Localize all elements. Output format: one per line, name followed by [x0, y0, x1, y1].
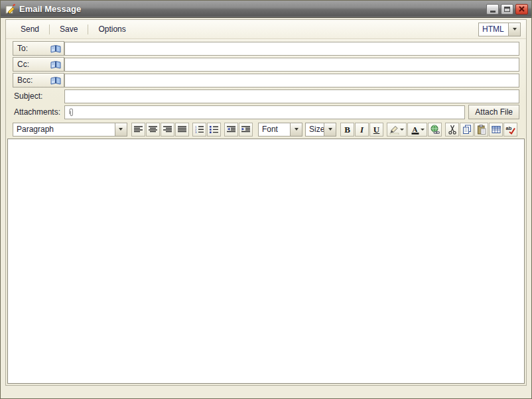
svg-text:ab: ab — [506, 125, 512, 131]
table-icon — [492, 125, 501, 134]
paragraph-style-select[interactable]: Paragraph — [13, 123, 127, 137]
format-select-value: HTML — [479, 25, 508, 34]
highlight-color-button[interactable] — [387, 123, 407, 137]
indent-group — [224, 123, 253, 137]
toolbar-separator — [49, 25, 50, 34]
close-icon — [519, 6, 525, 12]
font-color-button[interactable]: A — [407, 123, 427, 137]
maximize-icon — [504, 7, 510, 12]
outdent-icon — [227, 126, 235, 133]
chevron-down-icon[interactable] — [508, 23, 520, 36]
maximize-button[interactable] — [501, 4, 513, 15]
font-color-icon: A — [411, 125, 420, 135]
chevron-down-icon[interactable] — [115, 123, 127, 136]
italic-icon: I — [360, 125, 364, 134]
compose-pencil-icon — [5, 3, 16, 15]
attachments-row: Attachments: Attach File — [13, 105, 519, 119]
justify-button[interactable] — [175, 123, 189, 137]
email-message-window: Email Message Send Save Options HTML — [0, 0, 532, 399]
cc-row: Cc: — [13, 57, 519, 72]
align-right-button[interactable] — [161, 123, 174, 137]
indent-icon — [241, 126, 250, 133]
chevron-down-icon[interactable] — [324, 123, 336, 136]
close-button[interactable] — [515, 4, 528, 15]
color-group: A — [387, 123, 442, 137]
format-select[interactable]: HTML — [478, 23, 521, 36]
insert-link-button[interactable] — [428, 123, 442, 137]
chevron-down-icon — [400, 129, 404, 131]
font-select-value: Font — [259, 125, 290, 134]
attachments-input[interactable] — [64, 105, 465, 119]
svg-text:A: A — [412, 125, 417, 133]
paste-button[interactable] — [474, 123, 488, 137]
alignment-group — [131, 123, 189, 137]
bullet-list-icon — [210, 125, 218, 133]
copy-button[interactable] — [460, 123, 474, 137]
align-center-icon — [149, 126, 157, 133]
to-addressbook-button[interactable]: To: — [13, 41, 64, 56]
chevron-down-icon — [421, 129, 425, 131]
main-toolbar: Send Save Options HTML — [6, 20, 526, 39]
underline-icon: U — [373, 125, 379, 134]
align-left-button[interactable] — [131, 123, 145, 137]
svg-text:3: 3 — [195, 131, 197, 133]
cc-addressbook-button[interactable]: Cc: — [13, 57, 64, 72]
bcc-row: Bcc: — [13, 73, 519, 87]
copy-icon — [462, 125, 472, 135]
indent-button[interactable] — [239, 123, 253, 137]
style-group: B I U — [340, 123, 383, 137]
attach-file-button[interactable]: Attach File — [468, 105, 519, 119]
align-left-icon — [134, 126, 143, 133]
font-size-value: Size — [306, 125, 324, 134]
chevron-down-icon[interactable] — [290, 123, 302, 136]
align-center-button[interactable] — [146, 123, 160, 137]
font-size-select[interactable]: Size — [305, 123, 336, 137]
bcc-input[interactable] — [64, 74, 519, 87]
bold-button[interactable]: B — [340, 123, 354, 137]
spell-check-icon: ab — [505, 125, 515, 135]
cc-input[interactable] — [64, 58, 519, 72]
window-title: Email Message — [19, 4, 486, 14]
insert-table-button[interactable] — [489, 123, 503, 137]
outdent-button[interactable] — [224, 123, 238, 137]
minimize-icon — [490, 11, 496, 13]
attachments-label: Attachments: — [13, 107, 64, 117]
font-select[interactable]: Font — [258, 123, 302, 137]
address-book-icon — [50, 60, 61, 69]
numbered-list-icon: 1 2 3 — [195, 125, 204, 133]
window-controls — [486, 4, 528, 15]
spell-check-button[interactable]: ab — [503, 123, 517, 137]
bcc-label: Bcc: — [17, 76, 33, 85]
cut-button[interactable] — [445, 123, 459, 137]
italic-button[interactable]: I — [355, 123, 369, 137]
address-book-icon — [50, 44, 61, 53]
subject-label: Subject: — [13, 91, 64, 101]
insert-link-globe-icon — [430, 125, 440, 135]
cc-label: Cc: — [17, 60, 29, 69]
send-button[interactable]: Send — [13, 22, 47, 36]
clipboard-group: ab — [445, 123, 517, 137]
align-right-icon — [163, 126, 172, 133]
titlebar[interactable]: Email Message — [1, 1, 531, 18]
bullet-list-button[interactable] — [207, 123, 221, 137]
formatting-toolbar: Paragraph — [6, 121, 526, 138]
numbered-list-button[interactable]: 1 2 3 — [192, 123, 206, 137]
message-body-editor[interactable] — [7, 139, 525, 384]
to-input[interactable] — [64, 42, 519, 56]
options-button[interactable]: Options — [90, 22, 133, 36]
header-fields: To: Cc: — [6, 39, 526, 121]
minimize-button[interactable] — [486, 4, 499, 15]
subject-row: Subject: — [13, 89, 519, 103]
underline-button[interactable]: U — [369, 123, 383, 137]
bold-icon: B — [344, 125, 350, 134]
subject-input[interactable] — [64, 89, 519, 103]
to-row: To: — [13, 41, 519, 56]
toolbar-separator — [88, 25, 88, 34]
address-book-icon — [50, 76, 61, 85]
save-button[interactable]: Save — [52, 22, 86, 36]
client-area: Send Save Options HTML To: — [5, 19, 527, 386]
justify-icon — [178, 126, 186, 133]
cut-scissors-icon — [448, 125, 457, 135]
paperclip-icon — [68, 108, 75, 117]
bcc-addressbook-button[interactable]: Bcc: — [13, 73, 64, 87]
